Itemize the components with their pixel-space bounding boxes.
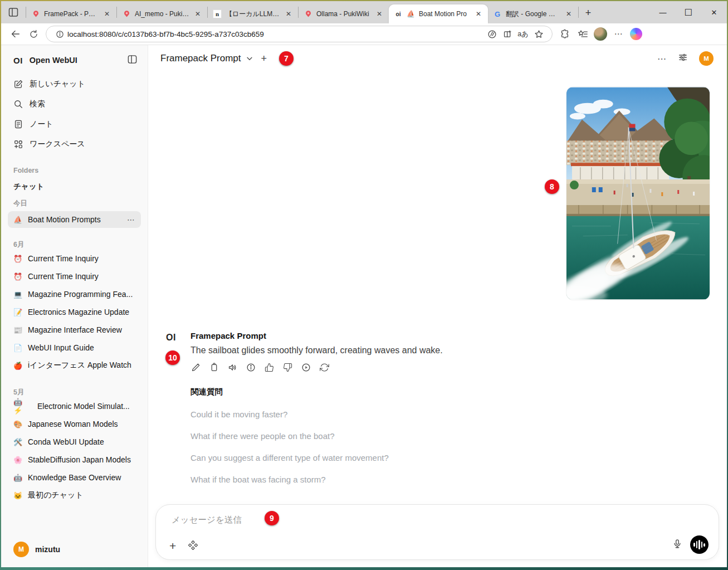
model-selector[interactable]: Framepack Prompt xyxy=(160,53,241,64)
regenerate-icon[interactable] xyxy=(319,362,329,372)
continue-response-icon[interactable] xyxy=(301,362,311,372)
url-text[interactable]: localhost:8080/c/c0137b63-bf7b-4bc5-9295… xyxy=(67,30,484,38)
chat-item[interactable]: 📝Electronics Magazine Update xyxy=(8,303,141,321)
header-actions: ⋯ M xyxy=(657,51,714,66)
chat-main: Framepack Prompt + ⋯ M xyxy=(148,45,727,567)
sidebar-user[interactable]: M mizutu xyxy=(8,537,141,562)
tab-boat-motion-active[interactable]: oi ⛵ Boat Motion Pro ✕ xyxy=(389,4,488,23)
apple-emoji: 🍎 xyxy=(13,362,23,370)
reload-button[interactable] xyxy=(25,26,42,42)
chat-item-label: Magazine Interface Review xyxy=(28,325,135,334)
chat-item[interactable]: 🛠️Conda WebUI Update xyxy=(8,433,141,451)
chat-item[interactable]: 🐱最初のチャット xyxy=(8,486,141,504)
maximize-button[interactable]: ☐ xyxy=(676,1,701,23)
chat-controls-icon[interactable] xyxy=(678,52,688,65)
user-uploaded-boat-image[interactable] xyxy=(566,87,710,300)
assistant-message-text: The sailboat glides smoothly forward, cr… xyxy=(190,345,443,355)
favorites-list-icon[interactable] xyxy=(574,26,592,42)
toggle-sidebar-icon[interactable] xyxy=(127,54,138,66)
window-controls: — ☐ ✕ xyxy=(650,1,727,23)
tab-aimemo-pukiwiki[interactable]: AI_memo - PukiWiki ✕ xyxy=(117,4,207,23)
thumbs-up-icon[interactable] xyxy=(264,362,274,372)
chat-item[interactable]: 🎨Japanese Woman Models xyxy=(8,415,141,433)
close-window-button[interactable]: ✕ xyxy=(701,1,727,23)
page-emoji: 📄 xyxy=(13,344,23,352)
annotation-badge-9: 9 xyxy=(265,511,279,525)
chat-item[interactable]: 📄WebUI Input Guide xyxy=(8,339,141,357)
tab-google-translate-search[interactable]: G 翻訳 - Google 検索 ✕ xyxy=(488,4,578,23)
chat-item-label: 最初のチャット xyxy=(28,490,135,500)
chat-item[interactable]: ⏰Current Time Inquiry xyxy=(8,250,141,267)
sidebar-item-notes[interactable]: ノート xyxy=(8,114,141,134)
tab-ollama-pukiwiki[interactable]: Ollama - PukiWiki ✕ xyxy=(299,4,389,23)
tab-framepack-pukiwiki[interactable]: FramePack - PukiWiki ✕ xyxy=(26,4,116,23)
tab-close-icon[interactable]: ✕ xyxy=(284,9,293,18)
chat-more-icon[interactable]: ⋯ xyxy=(657,53,667,64)
read-aloud-icon[interactable] xyxy=(484,27,500,41)
sidebar-item-search[interactable]: 検索 xyxy=(8,94,141,114)
june-label: 6月 xyxy=(8,240,141,250)
tab-title: Ollama - PukiWiki xyxy=(316,10,371,18)
attach-plus-icon[interactable]: + xyxy=(169,539,176,553)
tab-local-llm-framepack[interactable]: n 【ローカルLLM】Framep ✕ xyxy=(208,4,298,23)
back-button[interactable] xyxy=(7,26,25,42)
thumbs-down-icon[interactable] xyxy=(282,362,292,372)
chat-item[interactable]: 🌸StableDiffusion Japan Models xyxy=(8,451,141,469)
microphone-icon[interactable] xyxy=(672,539,682,551)
chat-item-label: StableDiffusion Japan Models xyxy=(28,455,135,464)
tab-close-icon[interactable]: ✕ xyxy=(193,9,202,18)
chat-item[interactable]: 🤖 ⚡Electronic Model Simulat... xyxy=(8,397,141,415)
chat-item-boat-motion-prompts[interactable]: ⛵ Boat Motion Prompts ⋯ xyxy=(8,211,141,228)
followup-question[interactable]: What if the boat was facing a storm? xyxy=(190,475,443,484)
profile-avatar[interactable] xyxy=(592,26,609,42)
tab-close-icon[interactable]: ✕ xyxy=(102,9,111,18)
site-info-icon[interactable] xyxy=(52,27,67,41)
tab-close-icon[interactable]: ✕ xyxy=(474,9,483,18)
chat-item-label: Electronics Magazine Update xyxy=(28,308,135,316)
add-model-button[interactable]: + xyxy=(261,53,267,65)
favorite-star-icon[interactable] xyxy=(531,27,546,41)
chat-item[interactable]: ⏰Current Time Inquiry xyxy=(8,267,141,285)
sidebar-item-label: 検索 xyxy=(30,99,45,109)
extensions-icon[interactable] xyxy=(556,26,574,42)
followup-question[interactable]: What if there were people on the boat? xyxy=(190,431,443,441)
edit-icon[interactable] xyxy=(190,362,201,372)
copilot-icon[interactable] xyxy=(627,26,645,42)
header-user-avatar[interactable]: M xyxy=(699,51,714,66)
new-tab-button[interactable]: + xyxy=(579,3,598,22)
read-aloud-icon[interactable] xyxy=(227,362,237,372)
chat-item[interactable]: 🤖Knowledge Base Overview xyxy=(8,469,141,486)
translate-icon[interactable]: aあ xyxy=(515,27,531,41)
followup-question[interactable]: Can you suggest a different type of wate… xyxy=(190,453,443,462)
chat-item[interactable]: 🍎iインターフェス Apple Watch xyxy=(8,357,141,374)
folder-chat[interactable]: チャット xyxy=(8,182,141,192)
voice-mode-button[interactable] xyxy=(690,535,709,554)
sidebar-item-new-chat[interactable]: 新しいチャット xyxy=(8,74,141,94)
folders-label: Folders xyxy=(8,167,141,174)
pukiwiki-favicon xyxy=(31,9,40,18)
tab-close-icon[interactable]: ✕ xyxy=(375,9,384,18)
cherry-blossom-emoji: 🌸 xyxy=(13,456,23,464)
browser-menu-icon[interactable]: ⋯ xyxy=(609,26,627,42)
chat-item-menu-icon[interactable]: ⋯ xyxy=(127,215,135,224)
minimize-button[interactable]: — xyxy=(650,1,676,23)
chevron-down-icon[interactable] xyxy=(246,55,253,62)
tab-title: Boat Motion Pro xyxy=(419,10,470,18)
tab-close-icon[interactable]: ✕ xyxy=(564,9,573,18)
info-icon[interactable] xyxy=(246,362,256,372)
followup-question[interactable]: Could it be moving faster? xyxy=(190,410,443,419)
chat-item[interactable]: 📰Magazine Interface Review xyxy=(8,321,141,339)
robot-lightning-emoji: 🤖 ⚡ xyxy=(13,398,32,415)
sidebar-item-workspace[interactable]: ワークスペース xyxy=(8,134,141,154)
browser-toolbar: localhost:8080/c/c0137b63-bf7b-4bc5-9295… xyxy=(1,23,727,45)
chat-item-label: iインターフェス Apple Watch xyxy=(28,360,135,371)
copy-icon[interactable] xyxy=(209,362,219,372)
user-message xyxy=(166,87,710,300)
tab-workspaces-icon[interactable] xyxy=(1,1,26,23)
split-screen-icon[interactable] xyxy=(500,27,515,41)
integrations-icon[interactable] xyxy=(188,540,198,552)
message-input[interactable] xyxy=(172,515,483,525)
address-bar[interactable]: localhost:8080/c/c0137b63-bf7b-4bc5-9295… xyxy=(46,26,553,42)
chat-item[interactable]: 💻Magazine Programming Fea... xyxy=(8,285,141,303)
chat-item-label: Magazine Programming Fea... xyxy=(28,290,135,299)
